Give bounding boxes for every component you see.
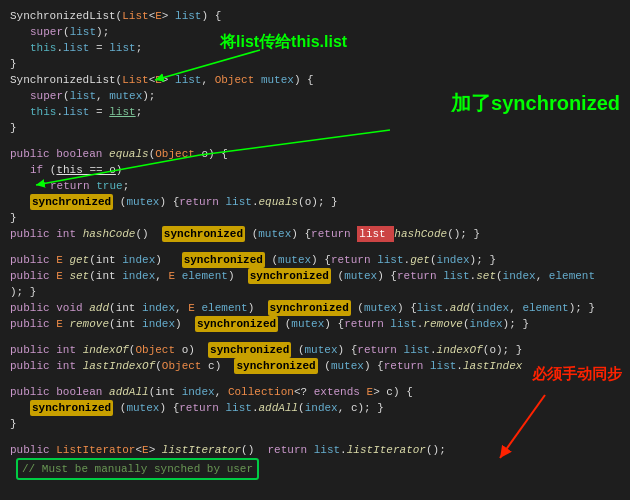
code-text: } <box>10 210 17 226</box>
code-text: return <box>397 268 443 284</box>
code-text: list <box>443 268 469 284</box>
blank-line <box>10 242 620 252</box>
code-text: int <box>56 358 82 374</box>
code-text: E <box>56 268 69 284</box>
code-text: ( <box>463 316 470 332</box>
code-text: index <box>305 400 338 416</box>
code-text: , <box>509 300 522 316</box>
code-text: , <box>536 268 549 284</box>
code-text: ( <box>318 358 331 374</box>
code-text: , <box>215 384 228 400</box>
code-text: mutex <box>109 88 142 104</box>
code-text: list <box>109 40 135 56</box>
code-text: this <box>30 40 56 56</box>
annotation-must-sync: 必须手动同步 <box>532 365 622 384</box>
code-text: ) <box>116 162 123 178</box>
code-text: ) { <box>311 252 331 268</box>
code-text: index <box>122 252 155 268</box>
code-text: Object <box>215 72 255 88</box>
code-line: public int hashCode() synchronized (mute… <box>10 226 620 242</box>
code-text: lastIndexOf <box>83 358 156 374</box>
code-text: public <box>10 342 56 358</box>
code-line: public ListIterator<E> listIterator() re… <box>10 442 620 480</box>
blank-line <box>10 136 620 146</box>
code-text: ( <box>63 88 70 104</box>
code-text: return <box>311 226 357 242</box>
code-text: mutex <box>126 400 159 416</box>
code-text: this <box>30 104 56 120</box>
code-text: (); <box>426 442 446 458</box>
code-text: Object <box>155 146 195 162</box>
code-line: public int indexOf(Object o) synchronize… <box>10 342 620 358</box>
code-text: addAll <box>258 400 298 416</box>
code-text: get <box>69 252 89 268</box>
code-text: ( <box>470 300 477 316</box>
code-text: list <box>357 226 394 242</box>
code-text: (int <box>89 268 122 284</box>
code-text: list <box>175 72 201 88</box>
code-text: public <box>10 268 56 284</box>
code-text: , <box>175 300 188 316</box>
code-text: equals <box>109 146 149 162</box>
code-text: (); } <box>447 226 480 242</box>
code-text: > <box>162 72 175 88</box>
code-text: . <box>252 400 259 416</box>
code-text: list <box>225 194 251 210</box>
code-line: synchronized (mutex) {return list.equals… <box>10 194 620 210</box>
code-text: = <box>89 104 109 120</box>
code-text: ) { <box>377 268 397 284</box>
code-text: ; <box>123 178 130 194</box>
code-text: ( <box>265 252 278 268</box>
code-text: public <box>10 300 56 316</box>
code-text: (o); } <box>483 342 523 358</box>
code-text: index <box>476 300 509 316</box>
code-text: mutex <box>126 194 159 210</box>
synchronized-keyword: synchronized <box>30 400 113 416</box>
code-text: add <box>450 300 470 316</box>
code-text: index <box>142 316 175 332</box>
code-text: list <box>314 442 340 458</box>
code-text: ); <box>96 24 109 40</box>
code-text: list <box>63 104 89 120</box>
code-text: o) { <box>195 146 228 162</box>
blank-line <box>10 374 620 384</box>
code-line: SynchronizedList(List<E> list) { <box>10 8 620 24</box>
code-text: . <box>404 252 411 268</box>
code-text: equals <box>258 194 298 210</box>
code-text: ( <box>278 316 291 332</box>
code-text: index <box>470 316 503 332</box>
code-text: ) { <box>159 400 179 416</box>
code-text: ( <box>430 252 437 268</box>
code-text: () <box>135 226 161 242</box>
code-text: . <box>417 316 424 332</box>
code-text: ); } <box>470 252 496 268</box>
code-text: ); } <box>10 284 36 300</box>
code-text: ( <box>331 268 344 284</box>
code-text: return <box>267 442 313 458</box>
code-text: ) { <box>291 226 311 242</box>
code-text: return <box>331 252 377 268</box>
code-text: ( <box>113 194 126 210</box>
code-text: . <box>340 442 347 458</box>
code-text: return <box>179 194 225 210</box>
code-text: ( <box>113 400 126 416</box>
code-text: c) <box>201 358 234 374</box>
code-text: true <box>96 178 122 194</box>
code-text: public <box>10 316 56 332</box>
code-text: . <box>430 342 437 358</box>
code-text: mutex <box>278 252 311 268</box>
code-text: remove <box>69 316 109 332</box>
synchronized-keyword: synchronized <box>268 300 351 316</box>
code-text: (int <box>89 252 122 268</box>
code-text: return <box>384 358 430 374</box>
code-text: . <box>252 194 259 210</box>
code-text: mutex <box>291 316 324 332</box>
code-text: list <box>70 88 96 104</box>
code-text: public <box>10 226 56 242</box>
code-line: public int lastIndexOf(Object c) synchro… <box>10 358 620 374</box>
code-text: List <box>122 8 148 24</box>
code-text: () <box>241 442 267 458</box>
code-text: ( <box>496 268 503 284</box>
code-text: Collection <box>228 384 294 400</box>
code-text: . <box>56 40 63 56</box>
